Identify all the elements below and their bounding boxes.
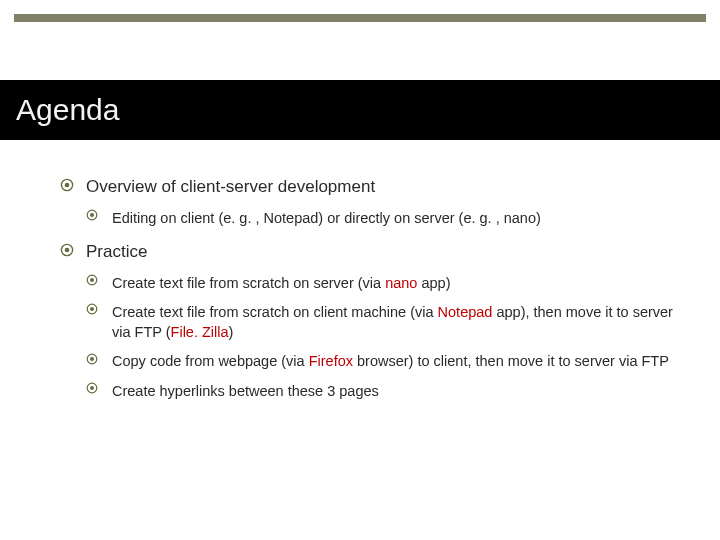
text-segment: Create text file from scratch on server … <box>112 275 385 291</box>
text-segment: ) <box>229 324 234 340</box>
sub-bullet-list: Create text file from scratch on server … <box>86 273 676 401</box>
svg-point-9 <box>90 307 94 311</box>
sub-bullet-list: Editing on client (e. g. , Notepad) or d… <box>86 208 676 228</box>
top-accent-bar <box>14 14 706 22</box>
bullseye-icon <box>86 353 98 365</box>
highlight-term: nano <box>385 275 417 291</box>
list-item-label: Create hyperlinks between these 3 pages <box>112 383 379 399</box>
text-segment: Create text file from scratch on client … <box>112 304 438 320</box>
highlight-term: File. Zilla <box>171 324 229 340</box>
list-item-label: Editing on client (e. g. , Notepad) or d… <box>112 210 541 226</box>
bullet-list: Overview of client-server development Ed… <box>60 175 676 401</box>
bullseye-icon <box>86 382 98 394</box>
text-segment: Copy code from webpage (via <box>112 353 309 369</box>
list-item: Create text file from scratch on server … <box>86 273 676 293</box>
svg-point-7 <box>90 278 94 282</box>
text-segment: browser) to client, then move it to serv… <box>353 353 669 369</box>
slide: Agenda Overview of client-server develop… <box>0 0 720 540</box>
list-item: Copy code from webpage (via Firefox brow… <box>86 351 676 371</box>
bullseye-icon <box>60 178 74 192</box>
slide-content: Overview of client-server development Ed… <box>60 175 676 413</box>
title-bar: Agenda <box>0 80 720 140</box>
bullseye-icon <box>86 303 98 315</box>
list-item-label: Overview of client-server development <box>86 177 375 196</box>
list-item-label: Practice <box>86 242 147 261</box>
svg-point-3 <box>90 213 94 217</box>
svg-point-11 <box>90 357 94 361</box>
list-item: Create text file from scratch on client … <box>86 302 676 343</box>
bullseye-icon <box>86 274 98 286</box>
svg-point-5 <box>65 248 70 253</box>
highlight-term: Firefox <box>309 353 353 369</box>
bullseye-icon <box>86 209 98 221</box>
slide-title: Agenda <box>16 93 119 127</box>
list-item: Practice Create text file from scratch o… <box>60 240 676 401</box>
list-item: Overview of client-server development Ed… <box>60 175 676 228</box>
text-segment: app) <box>417 275 450 291</box>
svg-point-1 <box>65 183 70 188</box>
svg-point-13 <box>90 386 94 390</box>
bullseye-icon <box>60 243 74 257</box>
list-item: Create hyperlinks between these 3 pages <box>86 381 676 401</box>
list-item: Editing on client (e. g. , Notepad) or d… <box>86 208 676 228</box>
highlight-term: Notepad <box>438 304 493 320</box>
